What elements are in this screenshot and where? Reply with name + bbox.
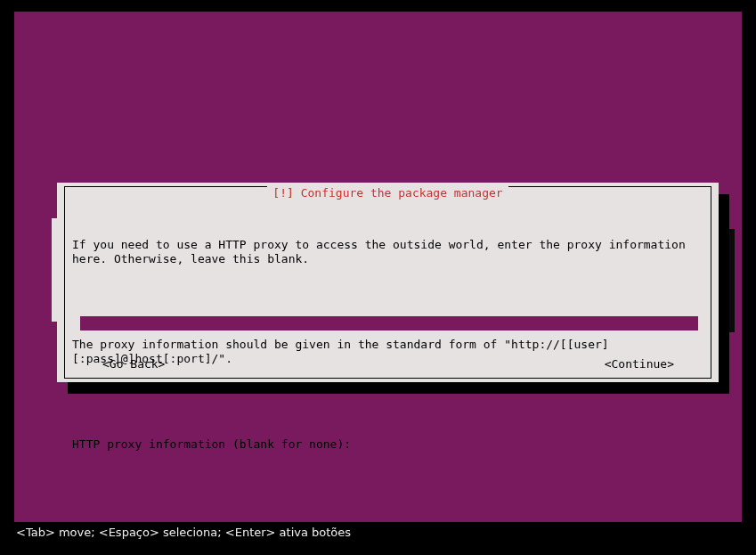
go-back-button[interactable]: <Go Back>	[102, 357, 165, 371]
dialog-button-row: <Go Back> <Continue>	[72, 357, 704, 371]
status-bar-text: <Tab> move; <Espaço> seleciona; <Enter> …	[16, 526, 351, 539]
dialog-title-wrap: [!] Configure the package manager	[57, 186, 719, 200]
continue-button[interactable]: <Continue>	[605, 357, 674, 371]
spacer	[72, 295, 704, 309]
http-proxy-input[interactable]	[80, 316, 698, 331]
status-bar: <Tab> move; <Espaço> seleciona; <Enter> …	[14, 526, 742, 542]
background-dialog-edge-right	[729, 229, 735, 332]
dialog-title: [!] Configure the package manager	[267, 186, 508, 200]
spacer	[72, 395, 704, 409]
installer-screen: [!] Configure the package manager If you…	[14, 12, 742, 522]
dialog-text-1: If you need to use a HTTP proxy to acces…	[72, 238, 704, 266]
dialog-body: If you need to use a HTTP proxy to acces…	[72, 209, 704, 480]
dialog-prompt: HTTP proxy information (blank for none):	[72, 437, 704, 452]
